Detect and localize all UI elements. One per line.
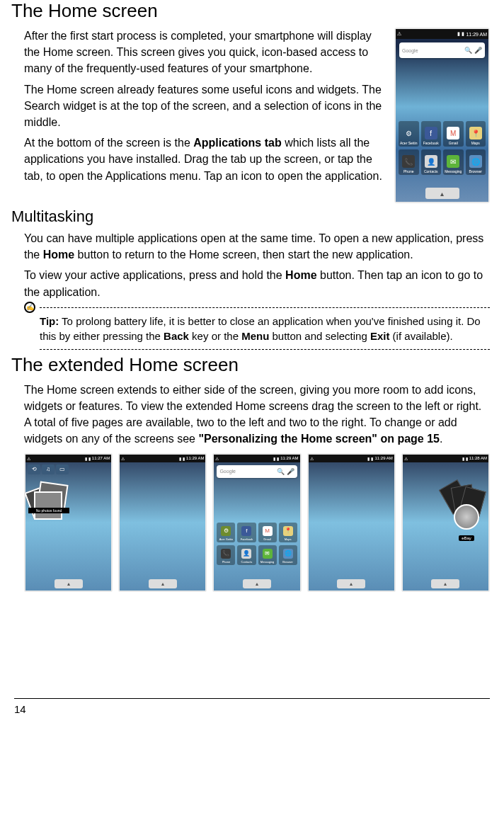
app-icon-maps: 📍Maps [279, 523, 297, 542]
battery-icon: ▮ [462, 31, 464, 37]
status-bar: ⚠ ▮▮11:29 AM [120, 455, 205, 462]
thumb-center: ⚠ ▮▮11:29 AM Google 🔍🎤 ⚙Acer Settin fFac… [212, 453, 301, 592]
no-photos-label: No photos found [28, 508, 69, 513]
battery-icon: ▮ [371, 456, 373, 461]
footer-rule [14, 698, 490, 699]
status-bar: ⚠ ▮▮11:28 AM [403, 455, 488, 462]
app-icon-gmail: MGmail [443, 121, 464, 147]
thumb-left-1: ⚠ ▮▮11:29 AM ▴ [118, 453, 207, 592]
facebook-icon: f [425, 127, 437, 139]
app-icon-grid: ⚙Acer Settin fFacebook MGmail 📍Maps 📞Pho… [214, 523, 299, 565]
status-time: 11:29 AM [466, 32, 487, 37]
warning-icon: ⚠ [404, 456, 408, 461]
mic-icon: 🎤 [287, 468, 294, 475]
app-icon-facebook: fFacebook [237, 523, 256, 542]
multitasking-para-1: You can have multiple applications open … [24, 230, 490, 263]
thumb-right-1: ⚠ ▮▮11:29 AM ▴ [307, 453, 396, 592]
maps-icon: 📍 [469, 127, 482, 139]
status-time: 11:29 AM [280, 456, 298, 460]
applications-tab: ▴ [425, 188, 459, 199]
battery-icon: ▮ [277, 456, 279, 461]
app-icon-gmail: MGmail [258, 523, 277, 542]
signal-icon: ▮ [367, 456, 370, 461]
warning-icon: ⚠ [121, 456, 125, 461]
intro-para-3-bold: Applications tab [193, 137, 281, 149]
heading-home-screen: The Home screen [11, 0, 490, 22]
media-video-icon: ▭ [56, 465, 69, 474]
status-time: 11:27 AM [92, 456, 110, 460]
intro-para-2: The Home screen already features some us… [24, 81, 387, 131]
signal-icon: ▮ [457, 31, 460, 37]
status-time: 11:29 AM [186, 456, 204, 460]
app-icon-contacts: 👤Contacts [421, 149, 442, 175]
applications-tab: ▴ [431, 579, 459, 588]
signal-icon: ▮ [179, 456, 181, 461]
acer-settings-icon: ⚙ [402, 127, 415, 139]
app-icon-messaging: ✉Messaging [443, 149, 464, 175]
app-icon-maps: 📍Maps [466, 121, 486, 147]
signal-icon: ▮ [462, 456, 464, 461]
app-icon-browser: 🌐Browser [279, 545, 297, 565]
applications-tab: ▴ [55, 579, 83, 588]
intro-section: After the first start process is complet… [14, 28, 490, 203]
warning-icon: ⚠ [397, 31, 401, 37]
applications-tab: ▴ [337, 579, 365, 588]
status-time: 11:29 AM [374, 456, 392, 460]
app-icon-messaging: ✉Messaging [258, 545, 277, 565]
media-back-icon: ⟲ [28, 465, 40, 474]
search-icon: 🔍 [277, 468, 285, 475]
page-number: 14 [14, 703, 490, 715]
thumb-right-2: ⚠ ▮▮11:28 AM eBay ▴ [401, 453, 490, 592]
search-widget: Google 🔍🎤 [217, 465, 297, 478]
intro-text-column: After the first start process is complet… [14, 28, 387, 188]
app-icon-acer-settings: ⚙Acer Settin [217, 523, 235, 542]
messaging-icon: ✉ [447, 155, 459, 168]
thumb-left-2: ⚠ ▮▮11:27 AM ⟲ ♫ ▭ No photos found ▴ [24, 453, 113, 592]
globe-icon [454, 504, 479, 530]
app-icon-grid: ⚙Acer Settin fFacebook MGmail 📍Maps 📞Pho… [396, 121, 488, 175]
media-music-icon: ♫ [42, 465, 55, 474]
status-bar: ⚠ ▮▮11:29 AM [214, 455, 299, 462]
applications-tab: ▴ [149, 579, 177, 588]
media-toolbar: ⟲ ♫ ▭ [25, 462, 111, 477]
search-input: Google [402, 48, 462, 53]
gmail-icon: M [447, 127, 459, 139]
status-bar: ⚠ ▮▮11:27 AM [25, 455, 111, 462]
photo-stack [28, 483, 71, 525]
app-icon-facebook: fFacebook [421, 121, 442, 147]
phone-icon: 📞 [402, 155, 415, 168]
status-bar: ⚠ ▮ ▮ 11:29 AM [396, 29, 488, 39]
search-input: Google [219, 469, 273, 474]
battery-icon: ▮ [466, 456, 468, 461]
battery-icon: ▮ [88, 456, 91, 461]
search-icon: 🔍 [464, 47, 472, 54]
intro-para-1: After the first start process is complet… [24, 28, 387, 77]
mic-icon: 🎤 [474, 47, 482, 54]
contacts-icon: 👤 [425, 155, 437, 168]
ebay-widget: eBay [449, 504, 484, 542]
warning-icon: ⚠ [27, 456, 30, 461]
app-icon-browser: 🌐Browser [466, 149, 486, 175]
status-bar: ⚠ ▮▮11:29 AM [309, 455, 394, 462]
app-icon-acer-settings: ⚙Acer Settin [399, 121, 419, 147]
warning-icon: ⚠ [215, 456, 219, 461]
ebay-label: eBay [459, 535, 474, 541]
tip-box: ✍ Tip: To prolong battery life, it is be… [24, 307, 490, 350]
app-row-1: ⚙Acer Settin fFacebook MGmail 📍Maps [399, 121, 486, 147]
main-phone-screenshot: ⚠ ▮ ▮ 11:29 AM Google 🔍 🎤 ⚙Acer Settin [394, 28, 490, 203]
applications-tab: ▴ [243, 579, 271, 588]
multitasking-para-2: To view your active applications, press … [24, 267, 490, 300]
browser-icon: 🌐 [469, 155, 482, 168]
signal-icon: ▮ [273, 456, 275, 461]
intro-para-3a: At the bottom of the screen is the [24, 137, 193, 149]
battery-icon: ▮ [183, 456, 185, 461]
heading-extended-home: The extended Home screen [11, 354, 490, 376]
warning-icon: ⚠ [310, 456, 314, 461]
status-time: 11:28 AM [469, 456, 487, 460]
tip-icon: ✍ [24, 302, 35, 313]
extended-screens-row: ⚠ ▮▮11:27 AM ⟲ ♫ ▭ No photos found ▴ ⚠ ▮… [24, 453, 490, 592]
search-widget: Google 🔍 🎤 [399, 42, 485, 58]
app-icon-phone: 📞Phone [217, 545, 235, 565]
tip-text: Tip: To prolong battery life, it is bett… [40, 314, 490, 343]
signal-icon: ▮ [85, 456, 87, 461]
